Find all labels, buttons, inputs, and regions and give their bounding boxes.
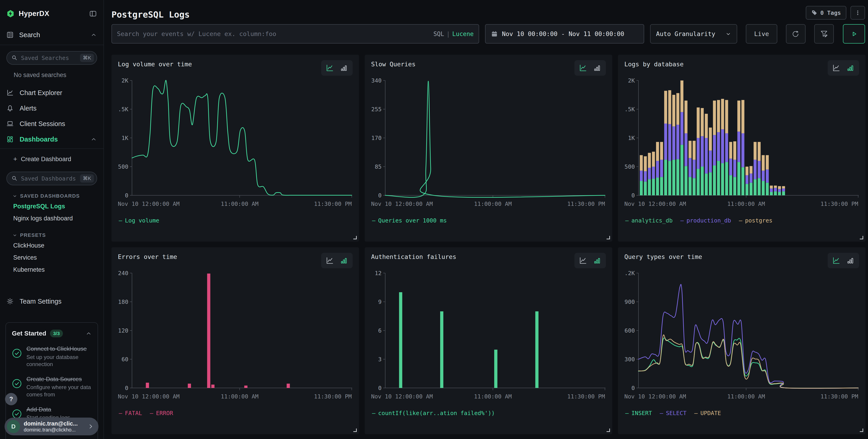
legend-item[interactable]: —ERROR: [150, 410, 173, 416]
bar-chart-icon[interactable]: [340, 256, 348, 264]
line-chart-icon[interactable]: [579, 64, 587, 72]
legend-dash: —: [739, 217, 742, 224]
legend-item[interactable]: —FATAL: [119, 410, 142, 416]
chart-title: Logs by database: [624, 61, 859, 68]
sidebar-item-team-settings[interactable]: Team Settings: [0, 293, 103, 309]
run-query-button[interactable]: [843, 24, 865, 43]
bar-chart-icon[interactable]: [593, 64, 601, 72]
svg-text:0: 0: [631, 192, 635, 199]
chart-plot[interactable]: 129630Nov 10 12:00:00 AM11:00:00 AM11:30…: [371, 270, 606, 406]
sql-mode-toggle[interactable]: SQL: [433, 31, 444, 37]
svg-text:11:00:00 AM: 11:00:00 AM: [474, 200, 512, 207]
line-chart-icon[interactable]: [579, 256, 587, 264]
lucene-mode-toggle[interactable]: Lucene: [452, 31, 474, 37]
collapse-sidebar-icon[interactable]: [89, 10, 97, 17]
preset-item-services[interactable]: Services: [0, 252, 103, 264]
chart-plot[interactable]: 2K1.5K1K5000Nov 10 12:00:00 AM11:00:00 A…: [624, 77, 859, 214]
saved-searches-field[interactable]: [21, 55, 77, 61]
legend-dash: —: [119, 217, 122, 224]
event-search-box[interactable]: SQL|Lucene: [112, 24, 479, 43]
plus-icon: +: [13, 155, 17, 163]
legend-item[interactable]: —postgres: [739, 217, 772, 224]
filter-button[interactable]: [814, 24, 834, 43]
line-chart-icon[interactable]: [832, 256, 840, 264]
legend-item[interactable]: —UPDATE: [694, 410, 721, 416]
help-button[interactable]: ?: [5, 393, 17, 405]
chevron-down-icon: [12, 233, 17, 238]
sidebar-item-dashboards[interactable]: Dashboards: [0, 131, 103, 147]
date-range-picker[interactable]: Nov 10 00:00:00 - Nov 11 00:00:00: [485, 24, 644, 43]
saved-searches-input[interactable]: ⌘K: [6, 51, 97, 65]
svg-text:1.5K: 1.5K: [118, 106, 128, 113]
get-started-progress-badge: 3/3: [50, 330, 63, 337]
preset-item-clickhouse[interactable]: ClickHouse: [0, 240, 103, 252]
legend-item[interactable]: —Log volume: [119, 217, 159, 224]
legend-item[interactable]: —Queries over 1000 ms: [372, 217, 447, 224]
user-menu[interactable]: D dominic.tran@clic... dominic.tran@clic…: [5, 417, 98, 435]
saved-dashboards-input[interactable]: ⌘K: [6, 171, 97, 185]
legend-dash: —: [625, 217, 629, 224]
chevron-down-icon: [725, 31, 731, 37]
chevron-up-icon: [91, 32, 97, 38]
chart-legend: —Log volume: [118, 217, 352, 224]
legend-label: Queries over 1000 ms: [378, 217, 447, 224]
dashboard-item-nginx-logs[interactable]: Nginx logs dashboard: [0, 213, 103, 224]
legend-item[interactable]: —analytics_db: [625, 217, 673, 224]
more-menu-button[interactable]: [850, 6, 865, 20]
bar-chart-icon[interactable]: [846, 64, 855, 72]
live-button[interactable]: Live: [746, 24, 777, 43]
line-chart-icon[interactable]: [832, 64, 840, 72]
tag-icon: [811, 9, 817, 16]
svg-text:11:30:00 PM: 11:30:00 PM: [820, 200, 858, 207]
svg-text:0: 0: [378, 192, 381, 199]
saved-dashboards-group-header[interactable]: SAVED DASHBOARDS: [12, 193, 103, 199]
get-started-step-sources[interactable]: Create Data Sources Configure where your…: [12, 375, 92, 398]
create-dashboard-button[interactable]: + Create Dashboard: [0, 153, 103, 166]
chart-plot[interactable]: 240180120600Nov 10 12:00:00 AM11:00:00 A…: [118, 270, 352, 406]
legend-item[interactable]: —INSERT: [625, 410, 652, 416]
sidebar-item-alerts[interactable]: Alerts: [0, 100, 103, 116]
get-started-step-connect[interactable]: Connect to ClickHouse Set up your databa…: [12, 345, 92, 368]
event-search-input[interactable]: [117, 30, 429, 37]
bar-chart-icon[interactable]: [593, 256, 601, 264]
presets-group-header[interactable]: PRESETS: [12, 232, 103, 238]
chart-plot[interactable]: 2K1.5K1K5000Nov 10 12:00:00 AM11:00:00 A…: [118, 77, 352, 214]
line-chart-icon[interactable]: [326, 64, 334, 72]
svg-text:Nov 10 12:00:00 AM: Nov 10 12:00:00 AM: [624, 393, 686, 400]
granularity-select[interactable]: Auto Granularity: [650, 24, 737, 43]
step-title: Connect to ClickHouse: [26, 345, 92, 353]
refresh-button[interactable]: [786, 24, 806, 43]
svg-text:60: 60: [122, 356, 128, 363]
legend-label: Log volume: [125, 217, 159, 224]
step-desc: Configure where your data comes from: [26, 384, 92, 398]
svg-text:11:30:00 PM: 11:30:00 PM: [314, 393, 352, 400]
team-settings-label: Team Settings: [20, 298, 97, 305]
legend-item[interactable]: —production_db: [680, 217, 731, 224]
sidebar-item-search[interactable]: Search: [0, 29, 103, 40]
chevron-up-icon[interactable]: [86, 331, 92, 337]
svg-text:300: 300: [625, 356, 635, 363]
chart-view-toggle: [321, 253, 352, 268]
mode-separator: |: [444, 31, 452, 37]
divider: [0, 148, 103, 149]
bar-chart-icon[interactable]: [846, 256, 855, 264]
sidebar-item-chart-explorer[interactable]: Chart Explorer: [0, 85, 103, 100]
tags-button[interactable]: 0 Tags: [806, 6, 846, 20]
dashboard-item-postgresql-logs[interactable]: PostgreSQL Logs: [0, 200, 103, 213]
chart-plot[interactable]: 1.2K9006003000Nov 10 12:00:00 AM11:00:00…: [624, 270, 859, 406]
line-chart-icon[interactable]: [326, 256, 334, 264]
preset-item-kubernetes[interactable]: Kubernetes: [0, 264, 103, 276]
sidebar-item-client-sessions[interactable]: Client Sessions: [0, 116, 103, 131]
svg-text:1.5K: 1.5K: [624, 106, 635, 113]
legend-item[interactable]: —countIf(like(arr..ation failed%')): [372, 410, 495, 416]
svg-text:2K: 2K: [122, 77, 128, 84]
chart-plot[interactable]: 340255170850Nov 10 12:00:00 AM11:00:00 A…: [371, 77, 606, 214]
chart-card-auth-failures: Authentication failures 129630Nov 10 12:…: [365, 247, 612, 434]
hyperdx-logo-icon: [6, 9, 14, 18]
saved-dashboards-field[interactable]: [21, 175, 77, 182]
legend-item[interactable]: —SELECT: [660, 410, 686, 416]
svg-text:11:30:00 PM: 11:30:00 PM: [567, 393, 605, 400]
chevron-up-icon: [91, 136, 97, 142]
bar-chart-icon[interactable]: [340, 64, 348, 72]
svg-text:240: 240: [118, 270, 128, 277]
